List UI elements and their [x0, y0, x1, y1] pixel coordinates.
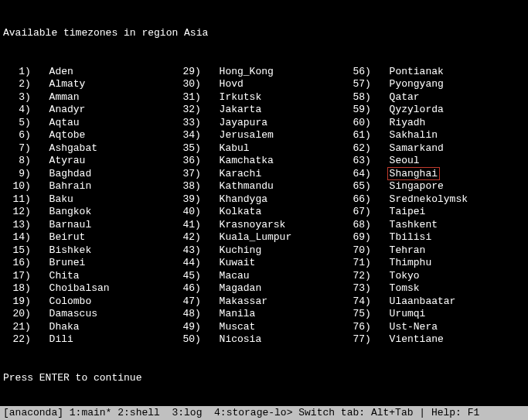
paren: ) [195, 270, 207, 283]
timezone-entry: 75) Urumqi [343, 308, 487, 321]
timezone-number: 36 [173, 155, 195, 168]
timezone-entry: 5) Aqtau [3, 117, 173, 130]
paren: ) [25, 206, 37, 219]
highlighted-city-shanghai: Shanghai [387, 167, 440, 180]
timezone-city: Tehran [390, 244, 487, 258]
timezone-city: Riyadh [390, 117, 487, 130]
paren: ) [365, 193, 377, 207]
timezone-row: 12) Bangkok40) Kolkata67) Taipei [3, 206, 525, 219]
timezone-entry: 64) Shanghai [343, 168, 487, 181]
timezone-entry: 48) Manila [173, 308, 343, 321]
timezone-number: 18 [3, 282, 25, 295]
timezone-city: Atyrau [49, 155, 147, 168]
timezone-city: Chita [49, 270, 147, 283]
timezone-entry: 2) Almaty [3, 78, 173, 91]
timezone-number: 42 [173, 231, 195, 244]
timezone-number: 30 [173, 78, 195, 91]
timezone-city: Colombo [49, 295, 147, 309]
timezone-city: Kuala_Lumpur [220, 231, 317, 244]
timezone-number: 44 [173, 257, 195, 270]
paren: ) [365, 78, 377, 91]
timezone-city: Bangkok [49, 206, 147, 219]
timezone-number: 43 [173, 244, 195, 258]
timezone-number: 8 [3, 155, 25, 168]
paren: ) [365, 321, 377, 334]
terminal-output[interactable]: Available timezones in region Asia 1) Ad… [0, 0, 528, 420]
timezone-number: 9 [3, 168, 25, 181]
paren: ) [25, 333, 37, 347]
timezone-entry: 43) Kuching [173, 244, 343, 258]
timezone-entry: 22) Dili [3, 333, 173, 347]
timezone-city: Tokyo [390, 270, 487, 283]
timezone-number: 11 [3, 193, 25, 207]
paren: ) [365, 219, 377, 232]
timezone-row: 14) Beirut42) Kuala_Lumpur69) Tbilisi [3, 231, 525, 244]
timezone-entry: 1) Aden [3, 66, 173, 79]
paren: ) [365, 142, 377, 155]
timezone-entry: 41) Krasnoyarsk [173, 219, 343, 232]
timezone-entry: 14) Beirut [3, 231, 173, 244]
timezone-entry: 67) Taipei [343, 206, 487, 219]
timezone-city: Beirut [49, 231, 147, 244]
paren: ) [195, 308, 207, 321]
paren: ) [25, 244, 37, 258]
timezone-entry: 11) Baku [3, 193, 173, 207]
timezone-city: Choibalsan [49, 282, 147, 295]
timezone-number: 64 [343, 168, 365, 181]
timezone-number: 70 [343, 244, 365, 258]
timezone-entry: 44) Kuwait [173, 257, 343, 270]
timezone-entry: 73) Tomsk [343, 282, 487, 295]
timezone-number: 20 [3, 308, 25, 321]
timezone-city: Hong_Kong [220, 66, 317, 79]
timezone-entry: 12) Bangkok [3, 206, 173, 219]
timezone-entry: 16) Brunei [3, 257, 173, 270]
paren: ) [195, 244, 207, 258]
timezone-city: Manila [220, 308, 317, 321]
timezone-row: 5) Aqtau33) Jayapura60) Riyadh [3, 117, 525, 130]
timezone-entry: 66) Srednekolymsk [343, 193, 487, 207]
paren: ) [25, 104, 37, 117]
timezone-city: Jerusalem [220, 129, 317, 142]
timezone-row: 7) Ashgabat35) Kabul62) Samarkand [3, 142, 525, 155]
timezone-row: 16) Brunei44) Kuwait71) Thimphu [3, 257, 525, 270]
timezone-number: 5 [3, 117, 25, 130]
timezone-city: Irkutsk [220, 91, 317, 104]
timezone-number: 47 [173, 295, 195, 309]
paren: ) [195, 282, 207, 295]
timezone-city: Hovd [220, 78, 317, 91]
timezone-number: 14 [3, 231, 25, 244]
timezone-row: 9) Baghdad37) Karachi64) Shanghai [3, 168, 525, 181]
timezone-number: 29 [173, 66, 195, 79]
paren: ) [195, 180, 207, 193]
timezone-row: 1) Aden29) Hong_Kong56) Pontianak [3, 66, 525, 79]
timezone-entry: 49) Muscat [173, 321, 343, 334]
timezone-entry: 8) Atyrau [3, 155, 173, 168]
paren: ) [25, 78, 37, 91]
timezone-city: Khandyga [220, 193, 317, 207]
timezone-entry: 4) Anadyr [3, 104, 173, 117]
timezone-number: 73 [343, 282, 365, 295]
paren: ) [25, 295, 37, 309]
timezone-city: Anadyr [49, 104, 147, 117]
timezone-row: 17) Chita45) Macau72) Tokyo [3, 270, 525, 283]
timezone-entry: 35) Kabul [173, 142, 343, 155]
paren: ) [25, 193, 37, 207]
timezone-city: Brunei [49, 257, 147, 270]
timezone-number: 39 [173, 193, 195, 207]
timezone-number: 72 [343, 270, 365, 283]
paren: ) [365, 168, 377, 181]
timezone-number: 74 [343, 295, 365, 309]
paren: ) [365, 129, 377, 142]
timezone-city: Damascus [49, 308, 147, 321]
timezone-number: 17 [3, 270, 25, 283]
header-line: Available timezones in region Asia [3, 27, 525, 40]
timezone-entry: 9) Baghdad [3, 168, 173, 181]
timezone-number: 7 [3, 142, 25, 155]
timezone-city: Kathmandu [220, 180, 317, 193]
timezone-entry: 77) Vientiane [343, 333, 487, 347]
paren: ) [365, 244, 377, 258]
timezone-entry: 76) Ust-Nera [343, 321, 487, 334]
timezone-city: Jakarta [220, 104, 317, 117]
timezone-city: Makassar [220, 295, 317, 309]
timezone-city: Tashkent [390, 219, 487, 232]
